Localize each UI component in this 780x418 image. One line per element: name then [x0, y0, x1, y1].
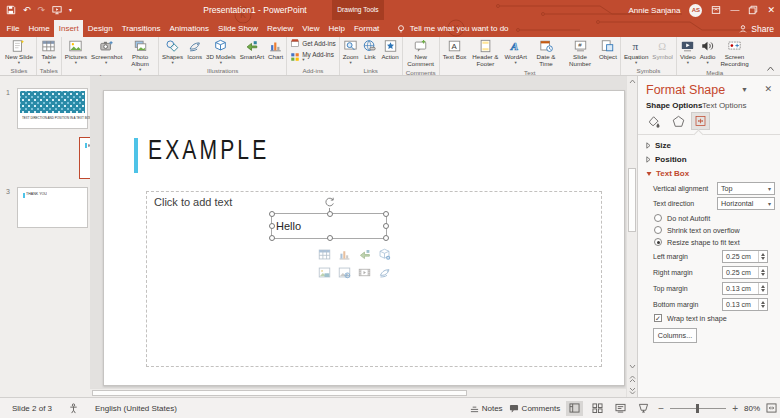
slide-title[interactable]: EXAMPLE: [148, 137, 269, 164]
tell-me-box[interactable]: Tell me what you want to do: [396, 20, 509, 37]
avatar[interactable]: AS: [689, 4, 702, 17]
tab-transitions[interactable]: Transitions: [117, 20, 165, 37]
section-position[interactable]: Position: [646, 155, 687, 164]
resize-handle-n[interactable]: [327, 211, 333, 217]
object-button[interactable]: Object: [597, 38, 619, 62]
tab-insert[interactable]: Insert: [54, 20, 83, 37]
get-add-ins-button[interactable]: Get Add-ins: [290, 38, 335, 48]
resize-handle-sw[interactable]: [269, 235, 275, 241]
left-margin-stepper[interactable]: 0.25 cm: [722, 250, 768, 263]
table-button[interactable]: Table: [39, 38, 58, 66]
redo-icon[interactable]: ↷: [38, 6, 46, 15]
insert-table-icon[interactable]: [318, 248, 331, 261]
undo-icon[interactable]: ↶: [23, 6, 31, 15]
slide[interactable]: EXAMPLE Click to add text developerpubli…: [103, 90, 625, 386]
vertical-scrollbar[interactable]: [626, 76, 637, 397]
slide-sorter-button[interactable]: [589, 401, 606, 416]
resize-handle-se[interactable]: [383, 235, 389, 241]
comments-button[interactable]: Comments: [509, 404, 561, 413]
zoom-slider[interactable]: [670, 408, 726, 409]
resize-shape-radio[interactable]: [654, 238, 662, 246]
wordart-button[interactable]: A WordArt: [502, 38, 529, 66]
resize-handle-w[interactable]: [269, 223, 275, 229]
spinner-arrows-icon[interactable]: [758, 251, 767, 262]
screen-recording-button[interactable]: Screen Recording: [718, 38, 752, 69]
tab-animations[interactable]: Animations: [165, 20, 214, 37]
spinner-arrows-icon[interactable]: [758, 299, 767, 310]
placeholder-prompt[interactable]: Click to add text: [154, 196, 232, 208]
vertical-alignment-select[interactable]: Top: [717, 182, 775, 195]
shapes-button[interactable]: Shapes: [160, 38, 185, 66]
columns-button[interactable]: Columns...: [653, 328, 697, 343]
fit-slide-icon[interactable]: [766, 403, 777, 413]
shrink-text-radio[interactable]: [654, 226, 662, 234]
new-slide-button[interactable]: New Slide: [3, 38, 35, 66]
insert-3d-model-icon[interactable]: [378, 248, 391, 261]
tab-shape-options[interactable]: Shape Options: [646, 101, 702, 110]
tab-text-options[interactable]: Text Options: [702, 101, 746, 110]
ribbon-display-options-icon[interactable]: [711, 5, 721, 15]
collapse-ribbon-icon[interactable]: [766, 65, 775, 72]
video-button[interactable]: Video: [678, 38, 698, 66]
chart-button[interactable]: Chart: [266, 38, 285, 62]
equation-button[interactable]: π Equation: [622, 38, 650, 66]
slide-number-button[interactable]: # Slide Number: [563, 38, 597, 69]
insert-video-icon[interactable]: [358, 266, 371, 279]
zoom-out-icon[interactable]: −: [658, 403, 664, 414]
tab-format[interactable]: Format: [349, 20, 383, 37]
tab-help[interactable]: Help: [324, 20, 349, 37]
insert-online-picture-icon[interactable]: [338, 266, 351, 279]
zoom-level[interactable]: 80%: [744, 404, 760, 413]
notes-button[interactable]: Notes: [470, 404, 503, 413]
wrap-text-checkbox[interactable]: [654, 314, 662, 322]
pictures-button[interactable]: Pictures: [63, 38, 89, 66]
scrollbar-thumb[interactable]: [628, 168, 636, 232]
3d-models-button[interactable]: 3D Models: [204, 38, 238, 66]
close-icon[interactable]: ✕: [767, 6, 775, 15]
pane-options-caret-icon[interactable]: ▼: [741, 86, 748, 93]
zoom-slider-thumb[interactable]: [696, 404, 699, 413]
do-not-autofit-radio[interactable]: [654, 214, 662, 222]
new-comment-button[interactable]: New Comment: [404, 38, 438, 69]
scrollbar-thumb[interactable]: [92, 390, 467, 396]
text-direction-select[interactable]: Horizontal: [717, 197, 775, 210]
restore-icon[interactable]: [748, 5, 758, 15]
smartart-button[interactable]: SmartArt: [238, 38, 266, 62]
tab-slide-show[interactable]: Slide Show: [214, 20, 263, 37]
resize-handle-ne[interactable]: [383, 211, 389, 217]
section-size[interactable]: Size: [646, 141, 671, 150]
save-icon[interactable]: [6, 5, 16, 15]
horizontal-scrollbar[interactable]: [90, 388, 626, 397]
customize-qat-icon[interactable]: ▾: [69, 7, 72, 13]
tab-view[interactable]: View: [298, 20, 324, 37]
tab-review[interactable]: Review: [263, 20, 298, 37]
action-button[interactable]: Action: [379, 38, 400, 62]
pane-close-icon[interactable]: ✕: [764, 84, 772, 94]
resize-handle-e[interactable]: [383, 223, 389, 229]
language-indicator[interactable]: English (United States): [95, 404, 177, 413]
audio-button[interactable]: Audio: [698, 38, 718, 66]
photo-album-button[interactable]: Photo Album: [123, 38, 157, 73]
slide-thumbnail-3[interactable]: THANK YOU: [17, 187, 88, 228]
size-properties-icon[interactable]: [691, 112, 710, 130]
date-time-button[interactable]: Date & Time: [529, 38, 563, 69]
symbol-button[interactable]: Ω Symbol: [650, 38, 675, 62]
resize-handle-s[interactable]: [327, 235, 333, 241]
text-box-button[interactable]: A Text Box: [441, 38, 469, 62]
effects-icon[interactable]: [671, 115, 686, 129]
rotate-handle-icon[interactable]: [324, 197, 335, 208]
spinner-arrows-icon[interactable]: [758, 283, 767, 294]
reading-view-button[interactable]: [612, 401, 629, 416]
text-box-content[interactable]: Hello: [276, 220, 301, 232]
spinner-arrows-icon[interactable]: [758, 267, 767, 278]
insert-smartart-icon[interactable]: [358, 248, 371, 261]
zoom-button[interactable]: Zoom: [341, 38, 361, 66]
icons-button[interactable]: Icons: [185, 38, 204, 62]
top-margin-stepper[interactable]: 0.13 cm: [722, 282, 768, 295]
my-add-ins-button[interactable]: My Add-ins: [290, 51, 335, 63]
share-button[interactable]: Share: [738, 20, 774, 37]
tab-file[interactable]: File: [2, 20, 24, 37]
right-margin-stepper[interactable]: 0.25 cm: [722, 266, 768, 279]
insert-chart-icon[interactable]: [338, 248, 351, 261]
zoom-in-icon[interactable]: +: [732, 403, 738, 414]
